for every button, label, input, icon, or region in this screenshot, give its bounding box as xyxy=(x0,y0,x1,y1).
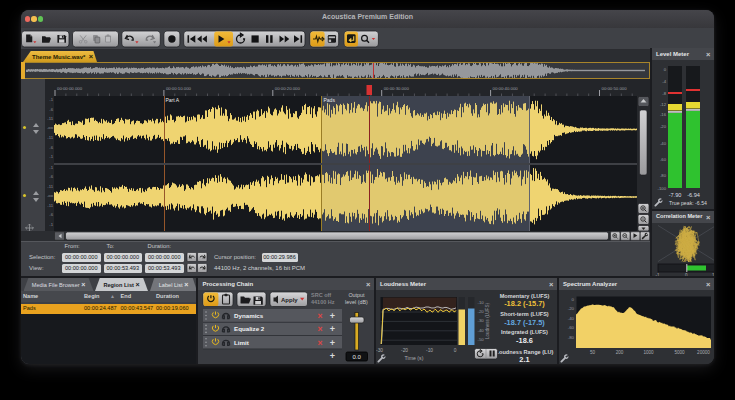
svg-text:Output: Output xyxy=(348,292,365,298)
svg-text:-40: -40 xyxy=(660,141,667,146)
svg-text:-7.90: -7.90 xyxy=(669,192,682,198)
svg-text:-10: -10 xyxy=(426,348,433,353)
svg-text:00:00:50.000: 00:00:50.000 xyxy=(602,86,628,91)
svg-text:00:00:30.000: 00:00:30.000 xyxy=(384,86,410,91)
svg-text:-60: -60 xyxy=(660,157,667,162)
svg-text:0: 0 xyxy=(572,297,575,302)
svg-text:50: 50 xyxy=(590,350,596,355)
svg-text:20000: 20000 xyxy=(697,350,710,355)
svg-text:-20: -20 xyxy=(568,306,575,311)
svg-text:-oo: -oo xyxy=(47,125,54,130)
svg-text:True peak: -6.54: True peak: -6.54 xyxy=(669,200,707,206)
svg-text:-6: -6 xyxy=(49,145,53,150)
svg-text:-12: -12 xyxy=(660,102,667,107)
svg-text:-20: -20 xyxy=(478,309,485,314)
svg-text:Apply: Apply xyxy=(281,297,298,303)
svg-text:SRC off: SRC off xyxy=(311,292,331,298)
svg-text:-1: -1 xyxy=(49,165,53,170)
svg-text:-20: -20 xyxy=(660,124,667,129)
svg-text:0: 0 xyxy=(454,348,457,353)
svg-text:-6: -6 xyxy=(49,174,53,179)
svg-text:00:00:40.000: 00:00:40.000 xyxy=(493,86,519,91)
svg-text:-80: -80 xyxy=(660,173,667,178)
svg-text:-40: -40 xyxy=(568,316,575,321)
svg-text:Short-term (LUFS): Short-term (LUFS) xyxy=(500,311,549,317)
svg-text:+: + xyxy=(330,311,335,321)
svg-text:+: + xyxy=(330,338,335,348)
svg-text:-1: -1 xyxy=(49,222,53,227)
svg-text:00:00:20.000: 00:00:20.000 xyxy=(275,86,301,91)
svg-text:Integrated (LUFS): Integrated (LUFS) xyxy=(501,329,548,335)
svg-text:-50: -50 xyxy=(478,337,485,342)
svg-text:-oo: -oo xyxy=(47,193,54,198)
svg-text:-30: -30 xyxy=(478,318,485,323)
svg-text:-80: -80 xyxy=(568,335,575,340)
svg-text:200: 200 xyxy=(616,350,624,355)
svg-text:Limit: Limit xyxy=(234,339,249,346)
svg-text:×: × xyxy=(318,324,323,334)
svg-text:-1: -1 xyxy=(49,154,53,159)
svg-text:-6.94: -6.94 xyxy=(687,192,700,198)
svg-text:-100: -100 xyxy=(658,186,667,191)
svg-text:-10: -10 xyxy=(478,300,485,305)
svg-text:-60: -60 xyxy=(568,325,575,330)
svg-text:+: + xyxy=(330,351,335,361)
svg-text:1000: 1000 xyxy=(643,350,654,355)
svg-text:-6: -6 xyxy=(49,107,53,112)
svg-text:×: × xyxy=(318,311,323,321)
svg-text:-11: -11 xyxy=(47,203,53,208)
svg-text:0.0: 0.0 xyxy=(353,354,362,360)
svg-text:×: × xyxy=(318,338,323,348)
svg-text:level (dB): level (dB) xyxy=(345,299,368,305)
svg-text:00:00:10.000: 00:00:10.000 xyxy=(166,86,192,91)
svg-text:-20: -20 xyxy=(401,348,408,353)
svg-text:-4: -4 xyxy=(662,79,666,84)
svg-text:-30: -30 xyxy=(376,348,383,353)
svg-text:00:00:00.000: 00:00:00.000 xyxy=(57,86,83,91)
svg-text:Equalize 2: Equalize 2 xyxy=(234,325,265,332)
svg-text:-11: -11 xyxy=(47,116,53,121)
svg-text:44100 Hz: 44100 Hz xyxy=(311,299,335,305)
svg-text:-11: -11 xyxy=(47,135,53,140)
svg-text:-6: -6 xyxy=(49,212,53,217)
svg-text:5000: 5000 xyxy=(674,350,685,355)
svg-text:Time (s): Time (s) xyxy=(405,355,424,361)
svg-text:Loudness (LUFS): Loudness (LUFS) xyxy=(485,303,490,339)
svg-text:-11: -11 xyxy=(47,184,53,189)
svg-text:-40: -40 xyxy=(478,328,485,333)
svg-text:Dynamics: Dynamics xyxy=(234,312,264,319)
svg-text:-16: -16 xyxy=(660,112,667,117)
svg-text:-1: -1 xyxy=(49,97,53,102)
svg-text:-8: -8 xyxy=(662,91,666,96)
svg-text:-18.2 (-15.7): -18.2 (-15.7) xyxy=(504,299,545,308)
svg-text:0: 0 xyxy=(664,67,667,72)
svg-text:2.1: 2.1 xyxy=(519,355,529,364)
svg-text:-18.7 (-17.5): -18.7 (-17.5) xyxy=(504,318,545,327)
svg-text:+: + xyxy=(330,324,335,334)
svg-text:-18.6: -18.6 xyxy=(516,336,533,345)
svg-text:Momentary (LUFS): Momentary (LUFS) xyxy=(500,293,550,299)
